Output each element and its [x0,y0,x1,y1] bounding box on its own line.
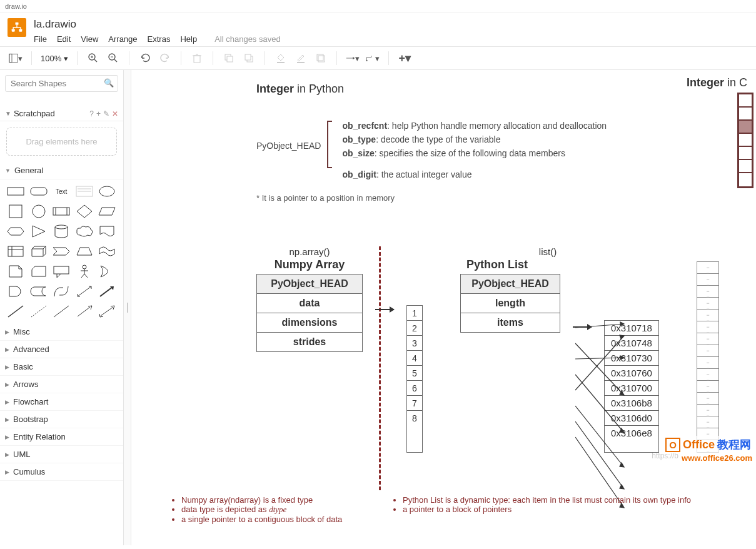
shape-and[interactable] [6,283,25,300]
category-misc[interactable]: ▶Misc [0,323,123,341]
brace-icon [327,121,332,168]
shape-arrow[interactable] [98,283,116,300]
delete-icon[interactable] [190,51,204,65]
zoom-in-icon[interactable] [86,51,100,65]
shape-callout[interactable] [52,263,71,280]
shape-cylinder[interactable] [52,223,71,239]
category-flowchart[interactable]: ▶Flowchart [0,393,123,411]
shape-trapezoid[interactable] [75,243,94,259]
shape-step[interactable] [52,243,71,259]
menu-file[interactable]: File [34,34,47,44]
menu-view[interactable]: View [81,34,98,44]
arrow-icon [573,326,592,328]
search-input[interactable] [5,75,118,92]
shape-rounded[interactable] [29,183,48,199]
shadow-icon[interactable] [314,51,328,65]
canvas[interactable]: Integer in Python Integer in C PyObject_… [131,70,756,545]
svg-rect-19 [277,62,285,63]
nparray-label: np.array() [256,246,363,257]
to-front-icon[interactable] [222,51,236,65]
svg-rect-37 [8,246,23,256]
menu-extras[interactable]: Extras [148,34,171,44]
shape-actor[interactable] [75,263,94,280]
pyobject-lines: ob_recfcnt: help Python handle memory al… [342,117,607,183]
filename[interactable]: la.drawio [34,18,281,31]
zoom-level[interactable]: 100% ▾ [41,54,68,63]
undo-icon[interactable] [138,51,152,65]
list-struct: PyObject_HEAD length items [460,274,560,333]
shape-dirarrow[interactable] [75,303,94,320]
redo-icon[interactable] [158,51,172,65]
menu-edit[interactable]: Edit [57,34,71,44]
shape-tape[interactable] [98,243,116,259]
shape-textbox[interactable] [75,183,94,199]
address-column: 0x310718 0x310748 0x310730 0x310760 0x31… [604,320,659,453]
category-cumulus[interactable]: ▶Cumulus [0,463,123,481]
shape-diamond[interactable] [75,203,94,219]
shape-cube[interactable] [29,243,48,259]
svg-rect-3 [9,54,18,62]
pointer-note: * It is a pointer to a position in memor… [256,193,737,203]
edit-icon[interactable]: ✎ [103,109,109,118]
scratchpad-dropzone[interactable]: Drag elements here [6,128,117,156]
arrow-icon [375,309,394,310]
sidebar-splitter[interactable] [124,70,131,545]
category-arrows[interactable]: ▶Arrows [0,376,123,393]
bullets-numpy: Numpy array(ndarray) is a fixed type dat… [156,495,342,524]
help-icon[interactable]: ? [89,109,94,118]
menu-arrange[interactable]: Arrange [108,34,137,44]
view-dropdown-icon[interactable]: ▾ [9,51,23,65]
shape-text[interactable]: Text [52,183,71,199]
shape-parallelogram[interactable] [98,203,116,219]
svg-rect-12 [194,56,200,63]
category-general[interactable]: ▼General [0,162,123,179]
shape-document[interactable] [98,223,116,239]
shape-cloud[interactable] [75,223,94,239]
shape-process[interactable] [52,203,71,219]
shape-line[interactable] [6,303,25,320]
shape-note[interactable] [6,263,25,280]
shape-square[interactable] [6,203,25,219]
category-uml[interactable]: ▶UML [0,446,123,463]
shape-dashed[interactable] [29,303,48,320]
zoom-out-icon[interactable] [106,51,120,65]
shape-or[interactable] [98,263,116,280]
shape-rect[interactable] [6,183,25,199]
diagram-content: Integer in Python Integer in C PyObject_… [131,70,756,465]
fill-color-icon[interactable] [274,51,288,65]
insert-icon[interactable]: +▾ [398,51,411,65]
scratchpad-label[interactable]: Scratchpad [14,109,55,118]
category-bootstrap[interactable]: ▶Bootstrap [0,411,123,428]
shape-hexagon[interactable] [6,223,25,239]
shape-biarrow[interactable] [75,283,94,300]
svg-point-30 [99,186,114,196]
shape-triangle[interactable] [29,223,48,239]
shape-bidir[interactable] [98,303,116,320]
svg-rect-4 [9,54,12,62]
add-icon[interactable]: + [96,109,101,118]
shape-circle[interactable] [29,203,48,219]
shape-card[interactable] [29,263,48,280]
shape-internal[interactable] [6,243,25,259]
search-icon[interactable]: 🔍 [104,78,114,88]
shape-ellipse[interactable] [98,183,116,199]
app-logo [8,18,26,37]
memory-column [737,93,753,188]
line-color-icon[interactable] [294,51,308,65]
svg-line-49 [31,306,46,317]
category-basic[interactable]: ▶Basic [0,358,123,376]
svg-rect-16 [227,56,233,62]
category-entity[interactable]: ▶Entity Relation [0,428,123,446]
shape-datastore[interactable] [29,283,48,300]
svg-point-41 [83,265,86,269]
waypoint-icon[interactable]: ▾ [366,51,380,65]
menu-help[interactable]: Help [180,34,197,44]
shape-line2[interactable] [52,303,71,320]
close-icon[interactable]: ✕ [112,109,118,118]
svg-point-36 [55,225,68,229]
bullets-list: Python List is a dynamic type: each item… [378,495,691,514]
category-advanced[interactable]: ▶Advanced [0,341,123,358]
connection-icon[interactable]: ▾ [346,51,360,65]
to-back-icon[interactable] [242,51,256,65]
shape-curve[interactable] [52,283,71,300]
